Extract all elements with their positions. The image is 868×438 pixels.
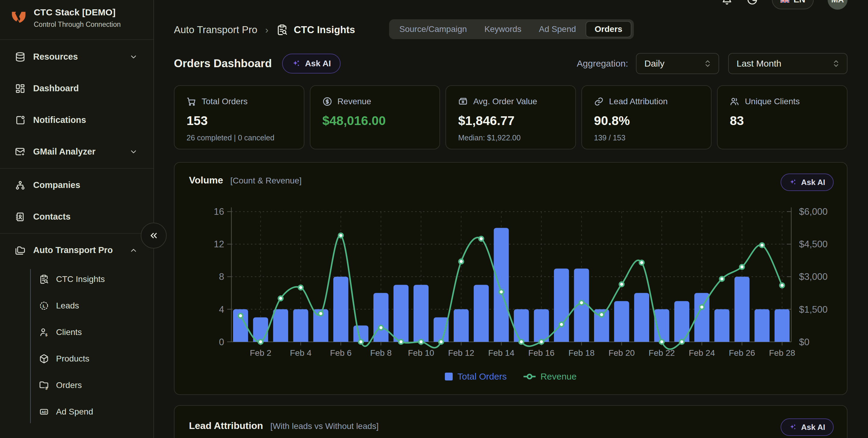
- sidebar-item-resources[interactable]: Resources: [0, 41, 153, 73]
- chart-title: Volume: [189, 175, 223, 186]
- sidebar-item-label: Companies: [33, 180, 80, 190]
- legend-item-revenue[interactable]: Revenue: [524, 371, 577, 382]
- chevrons-left-icon: [149, 231, 159, 241]
- notification-icon: [15, 115, 25, 125]
- svg-text:Feb 26: Feb 26: [729, 348, 755, 358]
- sidebar-item-orders[interactable]: $ Orders: [0, 372, 153, 399]
- chart-subtitle: [Count & Revenue]: [230, 176, 302, 186]
- svg-text:AD: AD: [41, 410, 47, 414]
- legend-item-total-orders[interactable]: Total Orders: [445, 371, 507, 382]
- ask-ai-button-lead-attribution[interactable]: Ask AI: [781, 418, 834, 436]
- svg-text:Feb 28: Feb 28: [769, 348, 795, 358]
- ask-ai-label: Ask AI: [801, 178, 825, 187]
- client-dollar-icon: $: [39, 328, 49, 337]
- sidebar-item-ctc-insights[interactable]: CTC Insights: [0, 266, 153, 293]
- svg-text:Feb 14: Feb 14: [488, 348, 515, 358]
- sidebar-item-label: Resources: [33, 52, 78, 62]
- tab-ad-spend[interactable]: Ad Spend: [531, 24, 584, 34]
- ask-ai-label: Ask AI: [305, 59, 331, 68]
- svg-text:$: $: [45, 333, 48, 337]
- sparkles-icon: [789, 178, 797, 186]
- circle-dollar-icon: [322, 97, 332, 106]
- language-label: EN: [794, 0, 805, 4]
- svg-text:12: 12: [214, 239, 224, 249]
- legend-label: Total Orders: [458, 371, 507, 382]
- volume-chart: 0$04$1,5008$3,00012$4,50016$6,000Feb 2Fe…: [175, 163, 847, 396]
- svg-text:Feb 4: Feb 4: [290, 348, 311, 358]
- svg-text:Feb 8: Feb 8: [370, 348, 392, 358]
- sidebar-item-label: Leads: [56, 301, 79, 311]
- legend-marker-line: [524, 373, 535, 380]
- link-icon: [594, 97, 604, 106]
- sidebar-divider: [0, 233, 153, 234]
- clipboard-search-icon: [39, 274, 49, 284]
- svg-text:Feb 24: Feb 24: [689, 348, 715, 358]
- aggregation-select[interactable]: Daily: [636, 53, 719, 74]
- clipboard-search-icon: [276, 24, 288, 36]
- svg-text:4: 4: [219, 304, 224, 315]
- sidebar-item-clients[interactable]: $ Clients: [0, 319, 153, 345]
- sidebar-item-contacts[interactable]: Contacts: [0, 201, 153, 233]
- sidebar-item-dashboard[interactable]: Dashboard: [0, 73, 153, 104]
- sidebar-item-label: GMail Analyzer: [33, 147, 96, 157]
- svg-text:Feb 18: Feb 18: [568, 348, 595, 358]
- breadcrumb-root[interactable]: Auto Transport Pro: [174, 24, 257, 36]
- language-switcher[interactable]: EN: [772, 0, 814, 9]
- svg-text:Feb 16: Feb 16: [528, 348, 555, 358]
- stat-sub: 26 completed | 0 canceled: [187, 133, 292, 142]
- tab-source-campaign[interactable]: Source/Campaign: [392, 24, 475, 34]
- ad-badge-icon: AD: [39, 407, 49, 416]
- sidebar-item-label: Notifications: [33, 115, 86, 125]
- tab-orders[interactable]: Orders: [586, 21, 631, 37]
- chart-legend: Total Orders Revenue: [175, 371, 847, 382]
- sidebar-item-gmail-analyzer[interactable]: GMail Analyzer: [0, 136, 153, 167]
- page-title: Orders Dashboard: [174, 57, 272, 70]
- aggregation-value: Daily: [644, 59, 664, 69]
- svg-text:$0: $0: [799, 337, 809, 347]
- bell-icon[interactable]: [721, 0, 733, 5]
- sidebar-item-notifications[interactable]: Notifications: [0, 104, 153, 136]
- uk-flag-icon: [780, 0, 789, 3]
- chart-subtitle: [With leads vs Without leads]: [270, 422, 378, 431]
- sidebar-item-products[interactable]: Products: [0, 345, 153, 372]
- mail-sparkle-icon: [15, 147, 25, 157]
- chevron-down-icon: [129, 53, 138, 61]
- dashboard-icon: [15, 83, 25, 94]
- sidebar-item-auto-transport-pro[interactable]: Auto Transport Pro: [0, 234, 153, 266]
- sidebar-item-label: Ad Spend: [56, 407, 93, 416]
- wallet-icon: [458, 97, 468, 106]
- volume-chart-card: Volume [Count & Revenue] Ask AI 0$04$1,5…: [174, 162, 847, 395]
- stat-label: Lead Attribution: [609, 97, 668, 106]
- insight-tabs: Source/Campaign Keywords Ad Spend Orders: [389, 19, 634, 39]
- date-range-select[interactable]: Last Month: [728, 53, 847, 74]
- sidebar-item-label: CTC Insights: [56, 274, 105, 284]
- breadcrumb-page: CTC Insights: [294, 24, 355, 36]
- moon-icon[interactable]: [747, 0, 758, 5]
- users-icon: [730, 97, 739, 106]
- stat-label: Avg. Order Value: [473, 97, 537, 106]
- sparkles-icon: [292, 59, 301, 68]
- sidebar-item-label: Products: [56, 354, 90, 364]
- ask-ai-button[interactable]: Ask AI: [282, 54, 341, 73]
- svg-text:Feb 6: Feb 6: [330, 348, 351, 358]
- sidebar-item-label: Clients: [56, 328, 82, 337]
- svg-text:L: L: [42, 303, 45, 308]
- stat-cards: Total Orders 153 26 completed | 0 cancel…: [174, 85, 847, 149]
- leads-icon: L: [39, 301, 49, 311]
- aggregation-label: Aggregation:: [577, 59, 628, 69]
- avatar[interactable]: MA: [828, 0, 847, 10]
- app-logo-block[interactable]: CTC Stack [DEMO] Control Through Connect…: [0, 0, 153, 40]
- sidebar-item-ad-spend[interactable]: AD Ad Spend: [0, 399, 153, 425]
- cart-icon: [187, 97, 196, 106]
- stat-card-total-orders: Total Orders 153 26 completed | 0 cancel…: [174, 85, 304, 149]
- sidebar-item-companies[interactable]: Companies: [0, 169, 153, 201]
- database-icon: [15, 52, 25, 62]
- breadcrumb-separator-icon: ›: [264, 24, 270, 36]
- sidebar-item-leads[interactable]: L Leads: [0, 293, 153, 319]
- sidebar: CTC Stack [DEMO] Control Through Connect…: [0, 0, 154, 438]
- tab-keywords[interactable]: Keywords: [476, 24, 529, 34]
- stat-card-lead-attribution: Lead Attribution 90.8% 139 / 153: [581, 85, 712, 149]
- contact-book-icon: [15, 212, 25, 222]
- sidebar-collapse-button[interactable]: [141, 223, 167, 248]
- ask-ai-button-volume[interactable]: Ask AI: [781, 173, 834, 191]
